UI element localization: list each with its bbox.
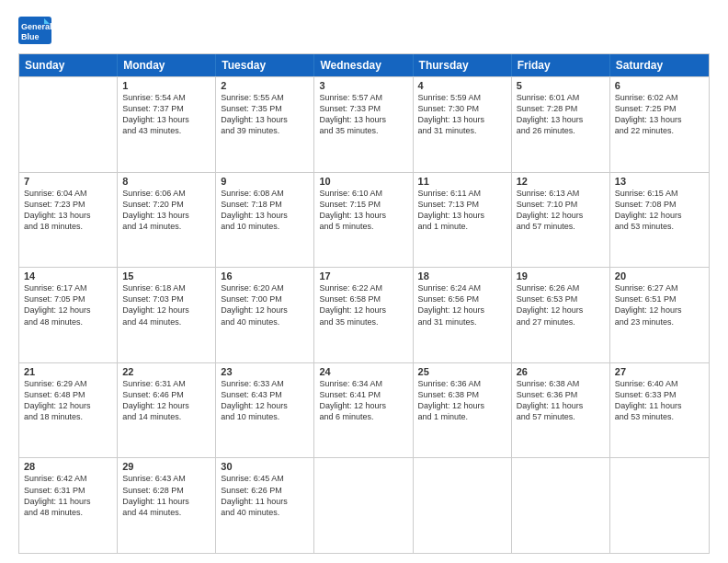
day-info-line: Daylight: 11 hours <box>24 496 112 507</box>
day-number: 8 <box>122 176 210 187</box>
weekday-header-sunday: Sunday <box>19 54 118 76</box>
day-info-line: Sunset: 7:33 PM <box>319 103 407 114</box>
day-info-line: Sunset: 7:18 PM <box>221 199 309 210</box>
calendar: SundayMondayTuesdayWednesdayThursdayFrid… <box>18 53 710 554</box>
day-info-line: Sunset: 6:58 PM <box>319 293 407 304</box>
day-info-line: Daylight: 13 hours <box>221 114 309 125</box>
day-info-line: Daylight: 11 hours <box>122 496 210 507</box>
day-info-line: and 10 minutes. <box>221 221 309 232</box>
day-info-line: Daylight: 13 hours <box>418 210 506 221</box>
day-number: 11 <box>418 176 506 187</box>
calendar-cell <box>414 458 512 553</box>
day-number: 20 <box>615 270 704 282</box>
calendar-cell: 4Sunrise: 5:59 AMSunset: 7:30 PMDaylight… <box>414 77 512 172</box>
day-info-line: and 26 minutes. <box>517 125 605 136</box>
day-info-line: and 1 minute. <box>418 221 506 232</box>
calendar-cell <box>19 77 118 172</box>
day-info-line: Daylight: 11 hours <box>517 400 605 411</box>
day-number: 6 <box>615 80 704 91</box>
calendar-cell: 26Sunrise: 6:38 AMSunset: 6:36 PMDayligh… <box>512 363 610 458</box>
day-info-line: Sunset: 7:15 PM <box>319 199 407 210</box>
calendar-cell: 21Sunrise: 6:29 AMSunset: 6:48 PMDayligh… <box>19 363 118 458</box>
svg-text:Blue: Blue <box>21 32 40 41</box>
day-number: 21 <box>24 366 112 377</box>
day-info-line: Daylight: 12 hours <box>122 400 210 411</box>
day-info-line: and 40 minutes. <box>221 316 309 327</box>
calendar-cell: 23Sunrise: 6:33 AMSunset: 6:43 PMDayligh… <box>216 363 314 458</box>
day-info-line: Sunset: 6:48 PM <box>24 389 112 400</box>
day-info-line: and 18 minutes. <box>24 221 112 232</box>
day-info-line: and 14 minutes. <box>122 221 210 232</box>
day-number: 4 <box>418 80 506 91</box>
calendar-cell: 28Sunrise: 6:42 AMSunset: 6:31 PMDayligh… <box>19 458 118 553</box>
day-number: 10 <box>319 176 407 187</box>
calendar-cell: 6Sunrise: 6:02 AMSunset: 7:25 PMDaylight… <box>610 77 709 172</box>
day-info-line: and 39 minutes. <box>221 125 309 136</box>
weekday-header-tuesday: Tuesday <box>216 54 314 76</box>
day-info-line: Sunrise: 6:31 AM <box>122 378 210 389</box>
day-info-line: Sunset: 6:46 PM <box>122 389 210 400</box>
day-info-line: and 48 minutes. <box>24 316 112 327</box>
calendar-cell: 13Sunrise: 6:15 AMSunset: 7:08 PMDayligh… <box>610 173 709 268</box>
day-info-line: Sunrise: 5:59 AM <box>418 92 506 103</box>
day-info-line: Sunrise: 6:42 AM <box>24 473 112 484</box>
day-info-line: and 27 minutes. <box>517 316 605 327</box>
day-info-line: Sunrise: 6:34 AM <box>319 378 407 389</box>
day-number: 1 <box>122 80 210 91</box>
day-info-line: Sunset: 6:51 PM <box>615 293 704 304</box>
day-info-line: Daylight: 13 hours <box>221 210 309 221</box>
weekday-header-wednesday: Wednesday <box>314 54 413 76</box>
day-number: 22 <box>122 366 210 377</box>
calendar-cell: 20Sunrise: 6:27 AMSunset: 6:51 PMDayligh… <box>610 268 709 362</box>
day-info-line: Sunset: 7:05 PM <box>24 293 112 304</box>
day-info-line: Sunset: 6:41 PM <box>319 389 407 400</box>
day-info-line: Sunrise: 6:10 AM <box>319 188 407 199</box>
day-info-line: Daylight: 12 hours <box>418 304 506 316</box>
day-info-line: Sunset: 6:38 PM <box>418 389 506 400</box>
day-info-line: Daylight: 13 hours <box>24 210 112 221</box>
day-number: 17 <box>319 270 407 282</box>
day-info-line: Sunset: 6:28 PM <box>122 485 210 496</box>
calendar-row-3: 14Sunrise: 6:17 AMSunset: 7:05 PMDayligh… <box>19 267 709 362</box>
day-info-line: Daylight: 12 hours <box>24 400 112 411</box>
weekday-header-thursday: Thursday <box>414 54 512 76</box>
calendar-cell: 29Sunrise: 6:43 AMSunset: 6:28 PMDayligh… <box>118 458 216 553</box>
day-info-line: Daylight: 13 hours <box>122 114 210 125</box>
day-info-line: Sunset: 7:08 PM <box>615 199 704 210</box>
day-info-line: Sunset: 6:33 PM <box>615 389 704 400</box>
day-info-line: Daylight: 12 hours <box>24 304 112 316</box>
day-info-line: Sunrise: 6:40 AM <box>615 378 704 389</box>
day-number: 16 <box>221 270 309 282</box>
day-info-line: and 53 minutes. <box>615 221 704 232</box>
day-number: 13 <box>615 176 704 187</box>
day-number: 29 <box>122 461 210 472</box>
day-info-line: Sunrise: 6:26 AM <box>517 282 605 293</box>
day-info-line: Daylight: 12 hours <box>221 304 309 316</box>
day-info-line: and 23 minutes. <box>615 316 704 327</box>
day-info-line: Sunrise: 6:13 AM <box>517 188 605 199</box>
day-info-line: and 18 minutes. <box>24 411 112 422</box>
calendar-cell: 1Sunrise: 5:54 AMSunset: 7:37 PMDaylight… <box>118 77 216 172</box>
day-info-line: Sunset: 6:26 PM <box>221 485 309 496</box>
day-info-line: Sunset: 6:43 PM <box>221 389 309 400</box>
day-number: 2 <box>221 80 309 91</box>
day-info-line: Sunrise: 6:43 AM <box>122 473 210 484</box>
day-number: 9 <box>221 176 309 187</box>
calendar-cell: 2Sunrise: 5:55 AMSunset: 7:35 PMDaylight… <box>216 77 314 172</box>
calendar-cell: 8Sunrise: 6:06 AMSunset: 7:20 PMDaylight… <box>118 173 216 268</box>
calendar-cell: 22Sunrise: 6:31 AMSunset: 6:46 PMDayligh… <box>118 363 216 458</box>
day-info-line: Daylight: 12 hours <box>517 210 605 221</box>
weekday-header-monday: Monday <box>118 54 216 76</box>
calendar-cell <box>512 458 610 553</box>
day-info-line: Daylight: 12 hours <box>517 304 605 316</box>
day-info-line: Sunset: 6:53 PM <box>517 293 605 304</box>
day-info-line: and 14 minutes. <box>122 411 210 422</box>
day-info-line: and 22 minutes. <box>615 125 704 136</box>
day-info-line: and 57 minutes. <box>517 221 605 232</box>
day-info-line: Sunrise: 6:18 AM <box>122 282 210 293</box>
calendar-cell: 15Sunrise: 6:18 AMSunset: 7:03 PMDayligh… <box>118 268 216 362</box>
day-info-line: and 31 minutes. <box>418 316 506 327</box>
calendar-header: SundayMondayTuesdayWednesdayThursdayFrid… <box>19 54 709 76</box>
calendar-cell: 7Sunrise: 6:04 AMSunset: 7:23 PMDaylight… <box>19 173 118 268</box>
day-info-line: and 1 minute. <box>418 411 506 422</box>
